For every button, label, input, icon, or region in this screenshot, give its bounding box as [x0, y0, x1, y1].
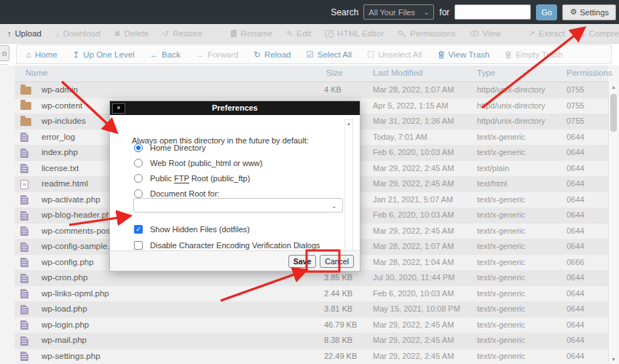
folder-icon: [20, 117, 31, 126]
column-header-size[interactable]: Size: [326, 68, 342, 77]
file-type: text/x-generic: [477, 148, 525, 157]
table-row[interactable]: wp-settings.php22.49 KBMar 29, 2022, 2:4…: [15, 349, 608, 364]
radio-home-directory[interactable]: Home Directory: [134, 143, 205, 152]
file-modified: Mar 31, 2022, 1:36 AM: [373, 116, 454, 125]
forward-label: Forward: [208, 50, 238, 59]
file-icon: [20, 352, 28, 361]
partial-go-button[interactable]: o: [0, 45, 9, 61]
edit-button: ✎Edit: [286, 29, 311, 38]
download-button: ↓Download: [55, 29, 100, 38]
upload-button[interactable]: ↑Upload: [7, 29, 42, 38]
file-icon: [20, 305, 28, 314]
table-row[interactable]: wp-load.php3.81 KBMay 15, 2021, 10:08 PM…: [15, 301, 608, 317]
file-permissions: 0644: [567, 210, 584, 219]
radio-document-root-for[interactable]: Document Root for:: [134, 189, 219, 198]
table-row[interactable]: wp-login.php46.79 KBMar 29, 2022, 2:45 A…: [15, 317, 608, 333]
checkbox-label: Disable Character Encoding Verification …: [150, 241, 320, 250]
reload-button[interactable]: ↻Reload: [253, 50, 291, 60]
table-row[interactable]: wp-links-opml.php2.44 KBFeb 6, 2020, 10:…: [15, 286, 608, 302]
file-permissions: 0644: [567, 289, 584, 298]
table-row[interactable]: wp-admin4 KBMar 28, 2022, 1:07 AMhttpd/u…: [15, 82, 608, 98]
column-header-name[interactable]: Name: [25, 68, 48, 77]
settings-button[interactable]: ⚙ Settings: [562, 4, 616, 20]
compress-icon: ↘: [579, 30, 586, 38]
checkbox-show-hidden-files-dotfiles[interactable]: ✓Show Hidden Files (dotfiles): [134, 225, 250, 234]
scroll-up-icon[interactable]: ▲: [345, 121, 352, 126]
file-type: httpd/unix-directory: [477, 85, 545, 94]
file-modified: Feb 6, 2020, 10:03 AM: [373, 210, 454, 219]
file-icon: [20, 289, 28, 298]
scroll-up-icon[interactable]: ▴: [609, 84, 618, 90]
file-permissions: 0644: [567, 195, 584, 204]
scrollbar-thumb[interactable]: [610, 94, 617, 132]
file-type: httpd/unix-directory: [477, 101, 545, 110]
primary-toolbar: ↑Upload↓Download✖Delete↺RestoreRename✎Ed…: [0, 24, 619, 44]
for-label: for: [439, 7, 449, 17]
search-input[interactable]: [454, 4, 531, 20]
radio-public-ftp-root-public-ftp[interactable]: Public FTP Root (public_ftp): [134, 174, 250, 183]
save-button[interactable]: Save: [288, 255, 317, 268]
file-modified: Mar 29, 2022, 2:45 AM: [373, 179, 454, 188]
table-row[interactable]: wp-cron.php3.85 KBJul 30, 2020, 11:44 PM…: [15, 270, 608, 286]
back-icon: ←: [150, 50, 159, 59]
view-trash-button[interactable]: View Trash: [438, 50, 490, 59]
download-icon: ↓: [55, 30, 60, 38]
column-header-type[interactable]: Type: [477, 68, 495, 77]
back-button[interactable]: ←Back: [150, 50, 181, 59]
file-size: 3.81 KB: [324, 304, 352, 313]
column-header-permissions[interactable]: Permissions: [567, 68, 612, 77]
home-button[interactable]: ⌂Home: [26, 50, 58, 59]
dialog-content: Always open this directory in the future…: [110, 115, 360, 252]
file-name: readme.html: [42, 179, 88, 188]
file-name: wp-mail.php: [42, 336, 87, 344]
file-name: wp-admin: [42, 85, 78, 94]
checkbox-disable-character-encoding-verification-dialogs[interactable]: Disable Character Encoding Verification …: [134, 241, 320, 250]
go-button[interactable]: Go: [536, 4, 557, 20]
trash-icon: [438, 50, 445, 59]
file-list-scrollbar[interactable]: ▴ ▾: [608, 82, 618, 364]
delete-label: Delete: [125, 29, 149, 38]
radio-label: Document Root for:: [150, 189, 219, 198]
trash-icon: [505, 50, 512, 59]
file-modified: Jul 30, 2020, 11:44 PM: [373, 273, 454, 282]
scroll-down-icon[interactable]: ▾: [609, 356, 618, 363]
radio-web-root-public-html-or-www[interactable]: Web Root (public_html or www): [134, 159, 262, 167]
home-icon: ⌂: [26, 50, 31, 59]
file-permissions: 0666: [567, 258, 584, 266]
nav-toolbar: ⌂Home↥Up One Level←Back→Forward↻Reload☑S…: [16, 44, 612, 64]
file-modified: Apr 5, 2022, 1:15 AM: [373, 101, 448, 110]
file-icon: [20, 320, 28, 330]
file-permissions: 0644: [567, 226, 584, 235]
table-row[interactable]: wp-mail.php8.38 KBMar 29, 2022, 2:45 AMt…: [15, 333, 608, 349]
document-root-select[interactable]: ⌄: [133, 198, 343, 213]
search-scope-select[interactable]: All Your Files ⌄: [363, 4, 434, 20]
file-icon: [20, 195, 28, 205]
html-editor-label: HTML Editor: [337, 29, 384, 38]
file-type: text/x-generic: [477, 304, 525, 313]
file-icon: [20, 226, 28, 236]
dialog-scrollbar[interactable]: ▲ ▼: [344, 119, 353, 262]
file-permissions: 0644: [567, 179, 584, 188]
up-one-level-button[interactable]: ↥Up One Level: [73, 50, 135, 60]
file-type: text/x-generic: [477, 258, 525, 266]
select-all-button[interactable]: ☑Select All: [306, 50, 352, 60]
cancel-button[interactable]: Cancel: [320, 255, 354, 268]
unselect-all-icon: ☐: [367, 50, 374, 60]
file-icon: [20, 258, 28, 267]
file-permissions: 0755: [567, 85, 584, 94]
edit-icon: ✎: [286, 30, 293, 38]
folder-icon: [20, 101, 31, 110]
reload-label: Reload: [264, 50, 291, 59]
dialog-footer: Save Cancel: [110, 250, 360, 271]
file-modified: Feb 6, 2020, 10:03 AM: [373, 148, 454, 157]
column-header-last-modified[interactable]: Last Modified: [373, 68, 422, 77]
upload-icon: ↑: [7, 30, 12, 38]
extract-label: Extract: [539, 29, 565, 38]
back-label: Back: [162, 50, 181, 59]
file-permissions: 0644: [567, 320, 584, 329]
delete-button: ✖Delete: [114, 29, 149, 38]
unselect-all-label: Unselect All: [378, 50, 422, 59]
file-type: text/x-generic: [477, 320, 525, 329]
file-permissions: 0644: [567, 132, 584, 141]
file-icon: [20, 132, 28, 142]
